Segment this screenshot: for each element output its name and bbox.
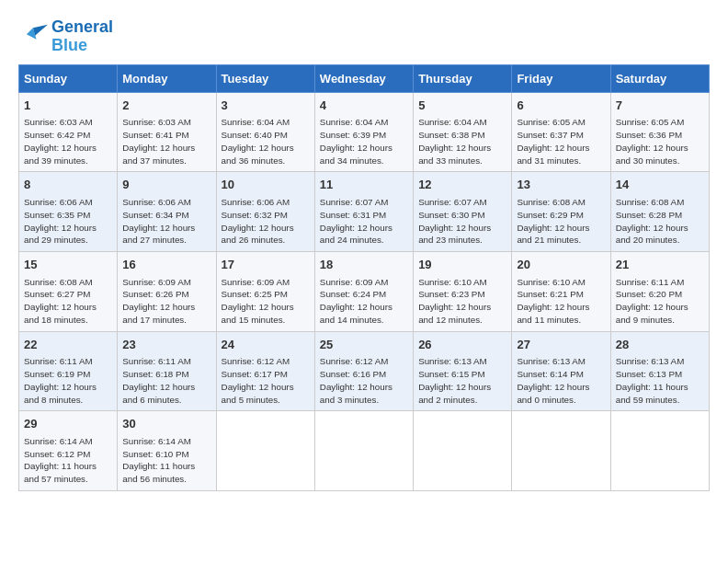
day-detail: Sunrise: 6:03 AM Sunset: 6:41 PM Dayligh… xyxy=(122,116,210,167)
day-detail: Sunrise: 6:12 AM Sunset: 6:17 PM Dayligh… xyxy=(222,355,310,406)
day-number: 3 xyxy=(222,98,310,115)
day-detail: Sunrise: 6:04 AM Sunset: 6:39 PM Dayligh… xyxy=(320,116,408,167)
day-detail: Sunrise: 6:04 AM Sunset: 6:38 PM Dayligh… xyxy=(418,116,506,167)
logo-icon xyxy=(18,24,48,50)
calendar-cell: 20Sunrise: 6:10 AM Sunset: 6:21 PM Dayli… xyxy=(512,251,610,331)
calendar-cell: 18Sunrise: 6:09 AM Sunset: 6:24 PM Dayli… xyxy=(314,251,413,331)
day-detail: Sunrise: 6:09 AM Sunset: 6:25 PM Dayligh… xyxy=(222,276,310,327)
day-number: 7 xyxy=(616,98,704,115)
calendar-cell: 13Sunrise: 6:08 AM Sunset: 6:29 PM Dayli… xyxy=(512,172,610,252)
logo-text: General Blue xyxy=(51,18,113,55)
day-number: 9 xyxy=(122,177,210,194)
calendar-cell: 3Sunrise: 6:04 AM Sunset: 6:40 PM Daylig… xyxy=(216,92,314,172)
day-detail: Sunrise: 6:13 AM Sunset: 6:14 PM Dayligh… xyxy=(517,355,605,406)
day-number: 15 xyxy=(24,257,112,274)
day-detail: Sunrise: 6:11 AM Sunset: 6:18 PM Dayligh… xyxy=(122,355,210,406)
day-number: 22 xyxy=(24,337,112,354)
day-number: 26 xyxy=(418,337,506,354)
day-number: 25 xyxy=(320,337,408,354)
calendar-cell: 12Sunrise: 6:07 AM Sunset: 6:30 PM Dayli… xyxy=(414,172,512,252)
day-detail: Sunrise: 6:06 AM Sunset: 6:32 PM Dayligh… xyxy=(222,196,310,247)
calendar-cell: 17Sunrise: 6:09 AM Sunset: 6:25 PM Dayli… xyxy=(216,251,314,331)
calendar-cell: 24Sunrise: 6:12 AM Sunset: 6:17 PM Dayli… xyxy=(216,331,314,411)
calendar-week-1: 1Sunrise: 6:03 AM Sunset: 6:42 PM Daylig… xyxy=(19,92,710,172)
day-number: 16 xyxy=(122,257,210,274)
day-number: 5 xyxy=(418,98,506,115)
day-number: 23 xyxy=(122,337,210,354)
day-number: 28 xyxy=(616,337,704,354)
logo: General Blue xyxy=(18,18,113,55)
day-number: 20 xyxy=(517,257,605,274)
day-detail: Sunrise: 6:11 AM Sunset: 6:20 PM Dayligh… xyxy=(616,276,704,327)
header-tuesday: Tuesday xyxy=(216,64,314,92)
day-number: 21 xyxy=(616,257,704,274)
calendar-cell: 16Sunrise: 6:09 AM Sunset: 6:26 PM Dayli… xyxy=(118,251,216,331)
day-detail: Sunrise: 6:09 AM Sunset: 6:24 PM Dayligh… xyxy=(320,276,408,327)
calendar-cell xyxy=(512,411,610,491)
day-number: 14 xyxy=(616,177,704,194)
day-detail: Sunrise: 6:08 AM Sunset: 6:29 PM Dayligh… xyxy=(517,196,605,247)
calendar-cell xyxy=(414,411,512,491)
day-detail: Sunrise: 6:08 AM Sunset: 6:28 PM Dayligh… xyxy=(616,196,704,247)
day-number: 30 xyxy=(122,416,210,433)
calendar-week-5: 29Sunrise: 6:14 AM Sunset: 6:12 PM Dayli… xyxy=(19,411,710,491)
day-number: 27 xyxy=(517,337,605,354)
day-detail: Sunrise: 6:04 AM Sunset: 6:40 PM Dayligh… xyxy=(222,116,310,167)
day-number: 2 xyxy=(122,98,210,115)
header-friday: Friday xyxy=(512,64,610,92)
calendar-cell: 25Sunrise: 6:12 AM Sunset: 6:16 PM Dayli… xyxy=(314,331,413,411)
day-detail: Sunrise: 6:06 AM Sunset: 6:35 PM Dayligh… xyxy=(24,196,112,247)
calendar-cell: 1Sunrise: 6:03 AM Sunset: 6:42 PM Daylig… xyxy=(19,92,118,172)
day-detail: Sunrise: 6:06 AM Sunset: 6:34 PM Dayligh… xyxy=(122,196,210,247)
day-number: 11 xyxy=(320,177,408,194)
calendar-header-row: SundayMondayTuesdayWednesdayThursdayFrid… xyxy=(19,64,710,92)
calendar-cell: 28Sunrise: 6:13 AM Sunset: 6:13 PM Dayli… xyxy=(610,331,709,411)
day-detail: Sunrise: 6:11 AM Sunset: 6:19 PM Dayligh… xyxy=(24,355,112,406)
calendar-cell: 23Sunrise: 6:11 AM Sunset: 6:18 PM Dayli… xyxy=(118,331,216,411)
calendar-cell: 2Sunrise: 6:03 AM Sunset: 6:41 PM Daylig… xyxy=(118,92,216,172)
page-header: General Blue xyxy=(18,18,710,55)
day-detail: Sunrise: 6:14 AM Sunset: 6:12 PM Dayligh… xyxy=(24,435,112,486)
calendar-cell xyxy=(314,411,413,491)
calendar-week-2: 8Sunrise: 6:06 AM Sunset: 6:35 PM Daylig… xyxy=(19,172,710,252)
calendar-cell: 26Sunrise: 6:13 AM Sunset: 6:15 PM Dayli… xyxy=(414,331,512,411)
day-number: 24 xyxy=(222,337,310,354)
calendar-cell: 10Sunrise: 6:06 AM Sunset: 6:32 PM Dayli… xyxy=(216,172,314,252)
calendar-cell: 8Sunrise: 6:06 AM Sunset: 6:35 PM Daylig… xyxy=(19,172,118,252)
day-detail: Sunrise: 6:05 AM Sunset: 6:36 PM Dayligh… xyxy=(616,116,704,167)
calendar-cell: 11Sunrise: 6:07 AM Sunset: 6:31 PM Dayli… xyxy=(314,172,413,252)
day-detail: Sunrise: 6:10 AM Sunset: 6:23 PM Dayligh… xyxy=(418,276,506,327)
svg-marker-0 xyxy=(33,24,48,35)
day-detail: Sunrise: 6:09 AM Sunset: 6:26 PM Dayligh… xyxy=(122,276,210,327)
calendar-week-3: 15Sunrise: 6:08 AM Sunset: 6:27 PM Dayli… xyxy=(19,251,710,331)
day-detail: Sunrise: 6:10 AM Sunset: 6:21 PM Dayligh… xyxy=(517,276,605,327)
calendar-cell: 5Sunrise: 6:04 AM Sunset: 6:38 PM Daylig… xyxy=(414,92,512,172)
day-number: 10 xyxy=(222,177,310,194)
calendar-table: SundayMondayTuesdayWednesdayThursdayFrid… xyxy=(18,64,710,491)
day-number: 29 xyxy=(24,416,112,433)
calendar-cell xyxy=(216,411,314,491)
day-detail: Sunrise: 6:05 AM Sunset: 6:37 PM Dayligh… xyxy=(517,116,605,167)
calendar-cell: 29Sunrise: 6:14 AM Sunset: 6:12 PM Dayli… xyxy=(19,411,118,491)
day-number: 12 xyxy=(418,177,506,194)
day-number: 19 xyxy=(418,257,506,274)
calendar-cell: 4Sunrise: 6:04 AM Sunset: 6:39 PM Daylig… xyxy=(314,92,413,172)
calendar-cell: 14Sunrise: 6:08 AM Sunset: 6:28 PM Dayli… xyxy=(610,172,709,252)
day-detail: Sunrise: 6:03 AM Sunset: 6:42 PM Dayligh… xyxy=(24,116,112,167)
day-number: 13 xyxy=(517,177,605,194)
calendar-cell: 15Sunrise: 6:08 AM Sunset: 6:27 PM Dayli… xyxy=(19,251,118,331)
calendar-cell: 27Sunrise: 6:13 AM Sunset: 6:14 PM Dayli… xyxy=(512,331,610,411)
day-detail: Sunrise: 6:07 AM Sunset: 6:30 PM Dayligh… xyxy=(418,196,506,247)
day-number: 6 xyxy=(517,98,605,115)
calendar-cell: 30Sunrise: 6:14 AM Sunset: 6:10 PM Dayli… xyxy=(118,411,216,491)
day-number: 18 xyxy=(320,257,408,274)
calendar-cell: 21Sunrise: 6:11 AM Sunset: 6:20 PM Dayli… xyxy=(610,251,709,331)
day-number: 8 xyxy=(24,177,112,194)
calendar-cell: 22Sunrise: 6:11 AM Sunset: 6:19 PM Dayli… xyxy=(19,331,118,411)
day-number: 1 xyxy=(24,98,112,115)
calendar-cell: 19Sunrise: 6:10 AM Sunset: 6:23 PM Dayli… xyxy=(414,251,512,331)
day-detail: Sunrise: 6:14 AM Sunset: 6:10 PM Dayligh… xyxy=(122,435,210,486)
header-monday: Monday xyxy=(118,64,216,92)
calendar-cell: 7Sunrise: 6:05 AM Sunset: 6:36 PM Daylig… xyxy=(610,92,709,172)
header-thursday: Thursday xyxy=(414,64,512,92)
